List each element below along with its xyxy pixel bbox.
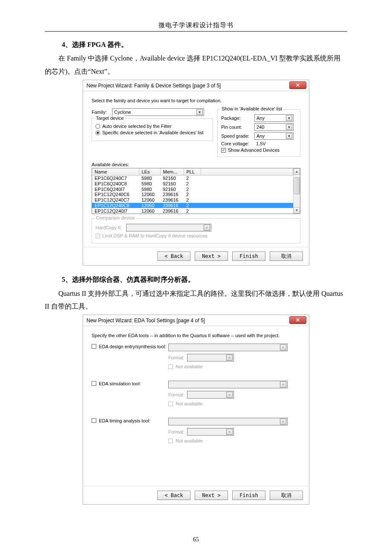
cancel-button[interactable]: 取消	[270, 251, 303, 261]
table-row[interactable]: EP1C12Q240C7120602396162	[92, 197, 293, 203]
cell-les: 12060	[139, 208, 160, 214]
notavail-checkbox	[168, 439, 173, 443]
cell-name: EP1C12Q240C6	[92, 192, 139, 197]
step-5-paragraph: Quartus II 支持外部工具，可通过选中来指定工具的路径。这里我们不做选择…	[45, 287, 347, 313]
col-name[interactable]: Name	[92, 168, 139, 175]
cell-pll: 2	[184, 208, 201, 214]
step-5-label: 5、选择外部综合器、仿真器和时序分析器。	[62, 276, 195, 283]
companion-legend: Companion device	[95, 215, 136, 220]
package-combo[interactable]: Any ▼	[254, 114, 294, 122]
pincount-combo[interactable]: 240 ▼	[254, 123, 294, 131]
format-combo: ▼	[187, 354, 234, 361]
col-les[interactable]: LEs	[139, 168, 160, 175]
radio-auto-row[interactable]: Auto device selected by the Fitter	[95, 124, 209, 129]
eda-timing-row: EDA timing analysis tool: ▼ Format: ▼	[92, 417, 300, 443]
eda-simulation-row: EDA simulation tool: ▼ Format: ▼ Not a	[92, 380, 300, 406]
chevron-down-icon: ▼	[280, 344, 286, 350]
radio-specific[interactable]	[95, 130, 100, 135]
col-spacer	[201, 168, 293, 175]
eda-synthesis-checkbox[interactable]	[92, 344, 96, 349]
cell-les: 12060	[139, 203, 160, 208]
dialog1-title: New Project Wizard: Family & Device Sett…	[86, 83, 289, 89]
chevron-down-icon: ▼	[226, 429, 233, 435]
radio-auto[interactable]	[95, 124, 100, 129]
show-fieldset: Show in 'Available device' list Package:…	[217, 109, 300, 157]
col-mem[interactable]: Mem...	[160, 168, 184, 175]
show-advanced-checkbox[interactable]	[221, 148, 226, 153]
package-value: Any	[257, 116, 265, 121]
document-page: 微电子学课程设计指导书 4、选择 FPGA 器件。 在 Family 中选择 C…	[0, 0, 392, 555]
table-row[interactable]: EP1C12Q240C8120602396162	[92, 203, 293, 208]
cell-mem: 92160	[160, 186, 184, 192]
speed-combo[interactable]: Any ▼	[254, 132, 294, 140]
cell-les: 12060	[139, 192, 160, 197]
col-pll[interactable]: PLL	[184, 168, 201, 175]
close-button[interactable]: ✕	[289, 81, 306, 89]
back-button[interactable]: < Back	[157, 251, 190, 261]
show-advanced-label: Show Advanced Devices	[228, 147, 280, 153]
eda-simulation-checkbox[interactable]	[92, 381, 96, 386]
cell-mem: 239616	[160, 197, 184, 203]
cell-les: 5980	[139, 181, 160, 186]
dialog1-body: Select the family and device you want to…	[83, 91, 309, 247]
device-table: Name LEs Mem... PLL EP1C6Q240C7598092160…	[92, 168, 293, 214]
finish-button[interactable]: Finish	[232, 251, 265, 261]
step-4-paragraph: 在 Family 中选择 Cyclone，Available device 选择…	[45, 52, 347, 78]
cell-mem: 239616	[160, 208, 184, 214]
dialog2-body: Specify the other EDA tools -- in additi…	[83, 326, 309, 486]
page-number: 65	[0, 536, 392, 543]
eda-timing-checkbox[interactable]	[92, 418, 96, 423]
back-button[interactable]: < Back	[157, 491, 190, 500]
available-devices-list[interactable]: Name LEs Mem... PLL EP1C6Q240C7598092160…	[92, 168, 300, 214]
cancel-button[interactable]: 取消	[270, 491, 303, 500]
chevron-down-icon: ▼	[280, 382, 286, 387]
family-device-dialog: New Project Wizard: Family & Device Sett…	[83, 80, 309, 266]
hardcopy-combo: ▼	[126, 224, 211, 231]
dialog1-titlebar: New Project Wizard: Family & Device Sett…	[83, 80, 309, 91]
notavail-label: Not available	[176, 364, 203, 369]
scroll-up-icon[interactable]: ▲	[294, 168, 300, 175]
cell-les: 5980	[139, 186, 160, 192]
chevron-down-icon: ▼	[286, 124, 292, 130]
scroll-down-icon[interactable]: ▼	[294, 207, 300, 214]
pincount-label: Pin count:	[221, 124, 254, 130]
dialog2-buttons: < Back Next > Finish 取消	[83, 486, 309, 504]
table-row[interactable]: EP1C12Q240I7120602396162	[92, 208, 293, 214]
radio-auto-label: Auto device selected by the Fitter	[102, 124, 172, 129]
notavail-label: Not available	[176, 401, 203, 406]
radio-specific-row[interactable]: Specific device selected in 'Available d…	[95, 130, 209, 135]
cell-name: EP1C12Q240C8	[92, 203, 139, 208]
close-button[interactable]: ✕	[289, 316, 306, 324]
table-row[interactable]: EP1C6Q240C85980921602	[92, 181, 293, 186]
eda-synthesis-combo: ▼	[168, 344, 288, 351]
target-device-fieldset: Target device Auto device selected by th…	[92, 119, 213, 141]
eda-tool-dialog: New Project Wizard: EDA Tool Settings [p…	[83, 315, 309, 505]
close-icon: ✕	[296, 83, 300, 88]
table-scrollbar[interactable]: ▲ ▼	[293, 168, 300, 214]
cell-pll: 2	[184, 192, 201, 197]
next-button[interactable]: Next >	[195, 491, 228, 500]
table-row[interactable]: EP1C12Q240C6120602396162	[92, 192, 293, 197]
format-label: Format:	[168, 392, 184, 397]
format-combo: ▼	[187, 391, 234, 399]
chevron-down-icon: ▼	[280, 419, 286, 425]
finish-button[interactable]: Finish	[232, 491, 265, 500]
dialog1-buttons: < Back Next > Finish 取消	[83, 247, 309, 265]
scroll-thumb[interactable]	[294, 177, 300, 194]
cell-name: EP1C6Q240C7	[92, 175, 139, 181]
package-label: Package:	[221, 116, 254, 121]
dialog1-instruction: Select the family and device you want to…	[92, 98, 300, 103]
table-row[interactable]: EP1C6Q240I75980921602	[92, 186, 293, 192]
target-legend: Target device	[95, 116, 125, 121]
family-label: Family:	[92, 110, 112, 115]
eda-simulation-combo: ▼	[168, 381, 288, 388]
table-row[interactable]: EP1C6Q240C75980921602	[92, 175, 293, 181]
cell-pll: 2	[184, 175, 201, 181]
cell-name: EP1C12Q240C7	[92, 197, 139, 203]
cell-name: EP1C6Q240C8	[92, 181, 139, 186]
show-advanced-row[interactable]: Show Advanced Devices	[221, 147, 297, 153]
cell-pll: 2	[184, 186, 201, 192]
next-button[interactable]: Next >	[195, 251, 228, 261]
core-value: 1.5V	[254, 141, 266, 146]
family-combo[interactable]: Cyclone ▼	[112, 108, 204, 116]
